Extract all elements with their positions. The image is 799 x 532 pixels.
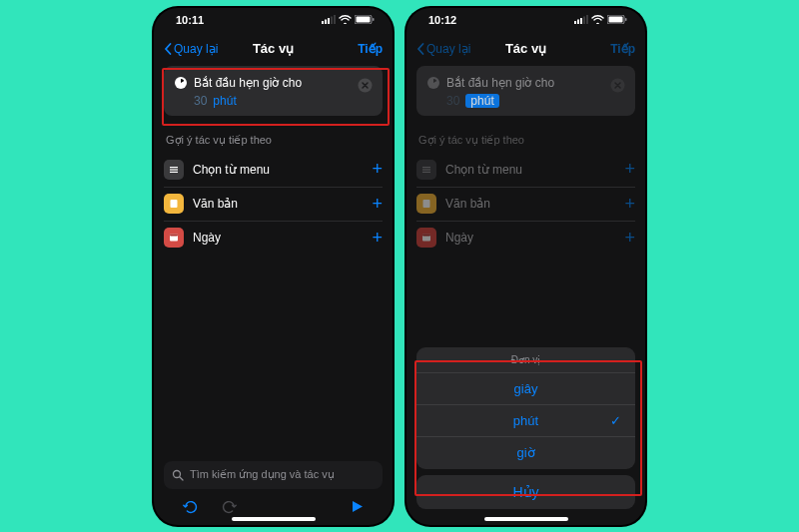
- suggestion-item: Văn bản +: [416, 187, 635, 221]
- svg-rect-3: [331, 17, 333, 25]
- sheet-group: Đơn vị giây phút ✓ giờ: [416, 347, 635, 469]
- suggestion-label: Chọn từ menu: [445, 163, 615, 177]
- home-indicator[interactable]: [232, 517, 316, 521]
- phone-left: 10:11 Quay lại Tác vụ Tiếp Bắt đầ: [152, 6, 395, 527]
- calendar-icon: [416, 228, 436, 248]
- status-time: 10:11: [176, 14, 204, 26]
- svg-rect-1: [325, 20, 327, 25]
- check-icon: ✓: [610, 413, 621, 428]
- svg-rect-13: [171, 200, 178, 208]
- action-sheet: Đơn vị giây phút ✓ giờ Hủy: [416, 347, 635, 525]
- svg-rect-33: [422, 235, 430, 237]
- section-label: Gợi ý tác vụ tiếp theo: [166, 134, 383, 147]
- option-label: giây: [514, 381, 538, 396]
- play-icon[interactable]: [350, 499, 365, 518]
- svg-rect-6: [357, 17, 371, 23]
- svg-rect-29: [422, 169, 430, 170]
- home-indicator[interactable]: [484, 517, 568, 521]
- calendar-icon: [164, 228, 184, 248]
- cancel-button[interactable]: Hủy: [416, 475, 635, 509]
- suggestion-item[interactable]: Văn bản +: [164, 187, 383, 221]
- svg-line-17: [180, 477, 183, 480]
- svg-rect-2: [328, 18, 330, 24]
- search-input[interactable]: Tìm kiếm ứng dụng và tác vụ: [164, 461, 383, 489]
- nav-title: Tác vụ: [505, 41, 546, 56]
- svg-rect-4: [334, 15, 336, 24]
- timer-icon: [174, 76, 188, 90]
- svg-rect-20: [580, 18, 582, 24]
- duration-value: 30: [446, 94, 459, 108]
- nav-bar: Quay lại Tác vụ Tiếp: [154, 32, 393, 66]
- duration-value[interactable]: 30: [194, 94, 207, 108]
- suggestion-item: Ngày +: [416, 221, 635, 255]
- text-icon: [416, 194, 436, 214]
- search-placeholder: Tìm kiếm ứng dụng và tác vụ: [190, 468, 335, 481]
- screen: 10:11 Quay lại Tác vụ Tiếp Bắt đầ: [154, 8, 393, 525]
- wifi-icon: [591, 15, 604, 24]
- add-icon: +: [624, 194, 635, 215]
- next-button: Tiếp: [610, 42, 635, 56]
- svg-rect-30: [422, 171, 430, 172]
- status-right: [574, 15, 627, 24]
- duration-unit[interactable]: phút: [465, 94, 498, 108]
- suggestion-label: Văn bản: [445, 197, 615, 211]
- clear-icon[interactable]: [358, 78, 373, 97]
- phone-right: 10:12 Quay lại Tác vụ Tiếp Bắt đầ: [404, 6, 647, 527]
- svg-rect-12: [170, 171, 178, 172]
- next-button[interactable]: Tiếp: [358, 42, 383, 56]
- sheet-option[interactable]: phút ✓: [416, 405, 635, 437]
- suggestion-label: Chọn từ menu: [193, 163, 363, 177]
- action-card[interactable]: Bắt đầu hẹn giờ cho 30 phút: [164, 66, 383, 116]
- battery-icon: [355, 15, 375, 24]
- svg-rect-21: [583, 17, 585, 25]
- svg-rect-7: [373, 18, 375, 21]
- suggestion-label: Ngày: [445, 231, 615, 245]
- status-right: [322, 15, 375, 24]
- chevron-left-icon: [416, 43, 424, 55]
- search-icon: [172, 469, 184, 481]
- back-button[interactable]: Quay lại: [164, 42, 218, 56]
- add-icon: +: [624, 228, 635, 249]
- svg-rect-28: [422, 167, 430, 168]
- chevron-left-icon: [164, 43, 172, 55]
- suggestion-item[interactable]: Ngày +: [164, 221, 383, 255]
- content: Bắt đầu hẹn giờ cho 30 phút Gợi ý tác vụ…: [406, 66, 645, 525]
- back-label: Quay lại: [174, 42, 218, 56]
- svg-rect-18: [574, 21, 576, 24]
- signal-icon: [574, 15, 588, 24]
- svg-rect-10: [170, 167, 178, 168]
- svg-rect-11: [170, 169, 178, 170]
- svg-rect-25: [625, 18, 627, 21]
- nav-title: Tác vụ: [253, 41, 294, 56]
- svg-rect-22: [586, 15, 588, 24]
- content: Bắt đầu hẹn giờ cho 30 phút Gợi ý tác vụ…: [154, 66, 393, 525]
- suggestion-label: Ngày: [193, 231, 363, 245]
- undo-icon[interactable]: [182, 498, 200, 520]
- action-title: Bắt đầu hẹn giờ cho: [194, 76, 302, 90]
- add-icon: +: [624, 159, 635, 180]
- sheet-option[interactable]: giờ: [416, 437, 635, 469]
- menu-icon: [164, 160, 184, 180]
- svg-rect-19: [577, 20, 579, 25]
- sheet-option[interactable]: giây: [416, 373, 635, 405]
- svg-rect-0: [322, 21, 324, 24]
- add-icon[interactable]: +: [372, 159, 383, 180]
- duration-unit[interactable]: phút: [213, 94, 236, 108]
- action-card: Bắt đầu hẹn giờ cho 30 phút: [416, 66, 635, 116]
- signal-icon: [322, 15, 336, 24]
- suggestion-item: Chọn từ menu +: [416, 153, 635, 187]
- timer-icon: [426, 76, 440, 90]
- battery-icon: [607, 15, 627, 24]
- status-bar: 10:12: [406, 8, 645, 32]
- suggestion-label: Văn bản: [193, 197, 363, 211]
- suggestion-item[interactable]: Chọn từ menu +: [164, 153, 383, 187]
- back-label: Quay lại: [426, 42, 470, 56]
- menu-icon: [416, 160, 436, 180]
- option-label: phút: [513, 413, 538, 428]
- add-icon[interactable]: +: [372, 228, 383, 249]
- text-icon: [164, 194, 184, 214]
- suggestion-list: Chọn từ menu + Văn bản + Ngày +: [416, 153, 635, 255]
- add-icon[interactable]: +: [372, 194, 383, 215]
- sheet-header: Đơn vị: [416, 347, 635, 373]
- svg-rect-31: [423, 200, 430, 208]
